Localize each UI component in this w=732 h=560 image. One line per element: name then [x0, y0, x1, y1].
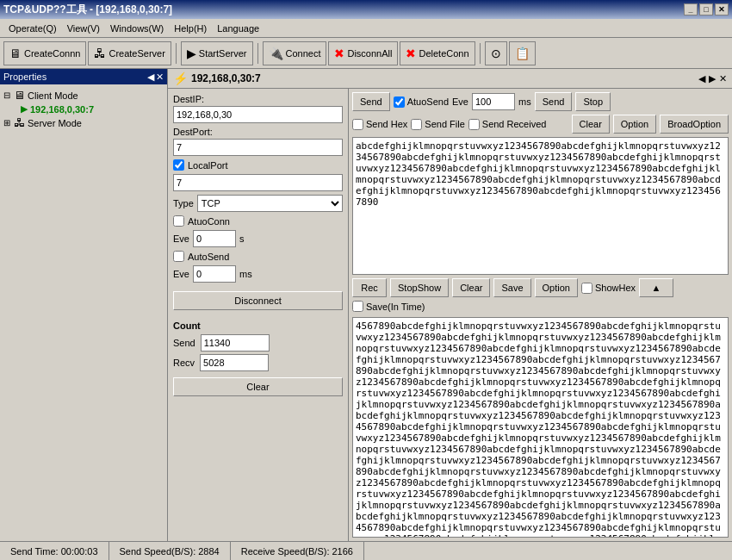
menu-help[interactable]: Help(H) [169, 22, 212, 35]
title-bar-buttons: _ □ ✕ [684, 3, 729, 16]
atuo-send-checkbox-row: AtuoSend [394, 96, 449, 108]
stop-button[interactable]: Stop [575, 92, 611, 111]
eve-row-1: Eve s [173, 230, 343, 247]
recv-clear-button[interactable]: Clear [452, 278, 490, 297]
dest-ip-field: DestIP: [173, 94, 343, 123]
auto-send-label: AutoSend [188, 252, 229, 262]
count-clear-button[interactable]: Clear [173, 377, 343, 396]
eve-input-1[interactable] [193, 230, 236, 247]
local-port-value-field [173, 174, 343, 191]
extra-icon-1: ⊙ [491, 47, 501, 60]
atuo-conn-checkbox[interactable] [173, 215, 184, 227]
tree-item-server-mode[interactable]: ⊞ 🖧 Server Mode [3, 115, 164, 130]
connect-label: Connect [286, 48, 321, 59]
local-port-checkbox[interactable] [173, 159, 184, 171]
right-panel: ⚡ 192,168,0,30:7 ◀ ▶ ✕ DestIP: DestPort: [168, 69, 732, 541]
disconnect-all-label: DisconnAll [347, 48, 392, 59]
recv-option-button[interactable]: Option [535, 278, 578, 297]
extra-icon-2: 📋 [515, 47, 530, 60]
extra-btn-1[interactable]: ⊙ [485, 41, 507, 65]
send-time-status: Send Time: 00:00:03 [0, 542, 109, 560]
send-file-checkbox[interactable] [411, 119, 422, 130]
send-eve-label: Eve [452, 96, 468, 107]
send-received-checkbox[interactable] [468, 119, 480, 130]
send-hex-checkbox[interactable] [352, 119, 363, 130]
panel-close-button[interactable]: ✕ [156, 72, 164, 83]
eve-label-2: Eve [173, 269, 189, 279]
send-text-area[interactable] [352, 137, 729, 275]
send-eve-input[interactable] [472, 93, 515, 110]
show-hex-row: ShowHex [581, 283, 636, 294]
conn-tab-nav-left[interactable]: ◀ [698, 73, 705, 84]
stop-show-button[interactable]: StopShow [390, 278, 449, 297]
tree-item-client-mode[interactable]: ⊟ 🖥 Client Mode [3, 88, 164, 103]
start-server-button[interactable]: ▶ StartServer [181, 41, 253, 65]
connect-button[interactable]: 🔌 Connect [263, 41, 327, 65]
eve-unit-2: ms [239, 269, 252, 279]
toolbar-sep-3 [480, 43, 481, 64]
type-row: Type TCP UDP [173, 195, 343, 212]
dest-ip-label: DestIP: [173, 94, 343, 104]
menu-view[interactable]: View(V) [62, 22, 105, 35]
menu-language[interactable]: Language [212, 22, 264, 35]
disconnect-button[interactable]: Disconnect [173, 291, 343, 310]
panel-pin-button[interactable]: ◀ [147, 72, 154, 83]
create-conn-button[interactable]: 🖥 CreateConnn [3, 41, 86, 65]
type-select[interactable]: TCP UDP [197, 195, 343, 212]
disconnect-all-button[interactable]: ✖ DisconnAll [328, 41, 398, 65]
create-server-button[interactable]: 🖧 CreateServer [88, 41, 171, 65]
conn-tab-close-btn[interactable]: ✕ [719, 73, 727, 84]
delete-conn-button[interactable]: ✖ DeleteConn [400, 41, 475, 65]
send-file-row: Send File [411, 119, 464, 130]
eve-input-2[interactable] [193, 265, 236, 283]
recv-count-label: Recv [173, 358, 195, 368]
type-label: Type [173, 198, 194, 208]
minimize-button[interactable]: _ [684, 3, 698, 16]
extra-btn-2[interactable]: 📋 [509, 41, 536, 65]
maximize-button[interactable]: □ [699, 3, 713, 16]
auto-send-checkbox[interactable] [173, 251, 184, 262]
broad-option-button[interactable]: BroadOption [660, 115, 729, 134]
recv-text-area[interactable] [352, 317, 729, 538]
tree-view: ⊟ 🖥 Client Mode ▶ 192,168,0,30:7 ⊞ 🖧 Ser… [0, 84, 167, 541]
atuo-send-checkbox[interactable] [394, 96, 405, 108]
recv-toolbar: Rec StopShow Clear Save Option ShowHex ▲ [352, 278, 729, 297]
menu-windows[interactable]: Windows(W) [105, 22, 169, 35]
panel-title: Properties [3, 72, 47, 82]
create-conn-icon: 🖥 [9, 47, 22, 60]
send-button-2[interactable]: Send [535, 92, 573, 111]
recv-count-row: Recv [173, 354, 343, 371]
start-server-icon: ▶ [187, 47, 196, 60]
close-window-button[interactable]: ✕ [715, 3, 729, 16]
send-received-label: Send Received [482, 119, 547, 129]
show-hex-checkbox[interactable] [581, 283, 592, 294]
send-clear-button[interactable]: Clear [572, 115, 610, 134]
panel-header-buttons: ◀ ✕ [147, 72, 164, 83]
conn-tab-nav-right[interactable]: ▶ [709, 73, 716, 84]
count-label: Count [173, 320, 343, 331]
save-button[interactable]: Save [493, 278, 530, 297]
local-port-input[interactable] [173, 174, 343, 191]
menu-operate[interactable]: Operate(Q) [3, 22, 62, 35]
dest-ip-input[interactable] [173, 106, 343, 123]
recv-scroll-up[interactable]: ▲ [639, 278, 673, 297]
title-text: TCP&UDP??工具 - [192,168,0,30:7] [3, 3, 684, 17]
tree-item-connection[interactable]: ▶ 192,168,0,30:7 [3, 103, 164, 115]
recv-count-input[interactable] [200, 354, 269, 371]
eve-row-2: Eve ms [173, 265, 343, 283]
local-port-label: LocalPort [188, 160, 227, 171]
computer-icon: 🖥 [14, 89, 25, 102]
send-button[interactable]: Send [352, 92, 390, 111]
dest-port-input[interactable] [173, 139, 343, 156]
save-in-time-checkbox[interactable] [352, 301, 363, 312]
data-area: Send AtuoSend Eve ms Send Stop Send He [349, 89, 732, 541]
title-bar: TCP&UDP??工具 - [192,168,0,30:7] _ □ ✕ [0, 0, 732, 19]
rec-button[interactable]: Rec [352, 278, 387, 297]
client-mode-label: Client Mode [28, 90, 78, 101]
dest-port-label: DestPort: [173, 127, 343, 137]
send-count-input[interactable] [201, 334, 270, 352]
tree-expand-server: ⊞ [3, 118, 14, 128]
count-section: Count Send Recv Clear [173, 320, 343, 396]
start-server-label: StartServer [199, 48, 247, 59]
send-option-button[interactable]: Option [613, 115, 656, 134]
